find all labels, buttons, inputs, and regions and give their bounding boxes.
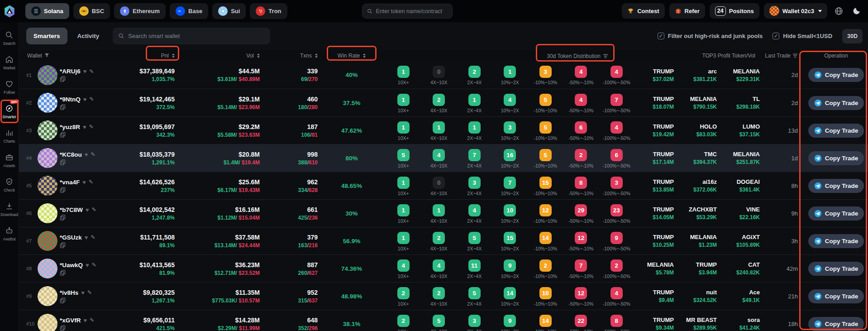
favorite-heart-icon[interactable]: ♥ [83,124,86,130]
copy-trade-button[interactable]: Copy Trade [808,262,864,276]
copy-trade-button[interactable]: Copy Trade [808,68,864,82]
chain-tab-ethereum[interactable]: Ethereum [114,3,166,19]
table-row[interactable]: #2 *9NtnQ ♥ ✎ $19,142,465 372.5% $29.1M … [19,89,868,116]
header-win-rate[interactable]: Win Rate [318,53,386,59]
top3-token-2[interactable]: MELANIA$790.15K [677,96,720,110]
top3-token-3[interactable]: MELANIA$229.31K [720,68,763,82]
top3-token-2[interactable]: arc$381.21K [677,68,720,82]
top3-token-1[interactable]: TRUMP$9.34M [634,317,677,331]
table-row[interactable]: #5 *vna4F ♥ ✎ $14,626,526 237% $25.6M $6… [19,172,868,199]
header-wallet[interactable]: Wallet [19,53,132,59]
wallet-avatar[interactable] [38,231,57,251]
top3-token-3[interactable]: sora$41.24K [720,317,763,331]
language-globe-button[interactable] [832,3,845,19]
sidebar-item-assets[interactable]: Assets [0,148,19,173]
copy-address-icon[interactable] [60,242,66,248]
chain-tab-solana[interactable]: Solana [25,3,69,19]
refer-button[interactable]: Refer [669,3,705,19]
table-row[interactable]: #10 *xGVfR ♥ ✎ $9,656,011 421.5% $14.28M… [19,310,868,331]
edit-pencil-icon[interactable]: ✎ [91,234,95,240]
token-search-input[interactable] [376,8,448,14]
chain-tab-tron[interactable]: Tron [250,3,287,19]
sidebar-item-smarter[interactable]: New Smarter [0,99,19,124]
wallet-avatar[interactable] [38,65,57,85]
sidebar-item-market[interactable]: Market [0,50,19,75]
top3-token-2[interactable]: ai16z$372.06K [677,178,720,193]
top3-token-1[interactable]: TRUMP$14.05M [634,206,677,221]
copy-address-icon[interactable] [60,270,66,276]
top3-token-2[interactable]: TMC$394.37K [677,151,720,165]
copy-address-icon[interactable] [60,215,66,221]
top3-token-2[interactable]: ZACHXBT$53.29K [677,206,720,221]
edit-pencil-icon[interactable]: ✎ [89,96,94,102]
wallet-name[interactable]: *xGVfR [60,317,81,324]
favorite-heart-icon[interactable]: ♥ [85,234,88,241]
sidebar-item-follow[interactable]: Follow [0,75,19,99]
edit-pencil-icon[interactable]: ✎ [92,262,96,268]
chain-tab-base[interactable]: Base [170,3,208,19]
favorite-heart-icon[interactable]: ♥ [81,289,85,296]
table-row[interactable]: #6 *b7C8W ♥ ✎ $14,002,542 1,247.8% $16.1… [19,199,868,227]
copy-trade-button[interactable]: Copy Trade [808,96,864,110]
filter-small-checkbox[interactable]: ✓ Hide Small<1USD [773,33,832,39]
copy-address-icon[interactable] [60,325,66,331]
favorite-heart-icon[interactable]: ♥ [83,68,87,75]
wallet-name[interactable]: *iv8Hs [60,289,78,296]
favorite-heart-icon[interactable]: ♥ [82,179,86,186]
edit-pencil-icon[interactable]: ✎ [89,68,94,75]
top3-token-2[interactable]: MELANIA$1.23M [677,234,720,248]
top3-token-3[interactable]: CAT$240.82K [720,261,763,276]
chain-tab-bsc[interactable]: BSC [73,3,110,19]
edit-pencil-icon[interactable]: ✎ [89,179,93,185]
copy-trade-button[interactable]: Copy Trade [808,179,864,193]
header-pnl[interactable]: Pnl [132,53,175,59]
favorite-heart-icon[interactable]: ♥ [86,206,89,213]
top3-token-1[interactable]: TRUMP$10.25M [634,234,677,248]
wallet-name[interactable]: *KC8ou [60,151,82,158]
wallet-avatar[interactable] [38,203,57,223]
table-row[interactable]: #8 *UawkQ ♥ ✎ $10,413,565 81.9% $36.23M … [19,254,868,282]
wallet-menu-button[interactable]: Wallet 02c3 [764,3,827,19]
favorite-heart-icon[interactable]: ♥ [83,96,87,103]
wallet-avatar[interactable] [38,259,57,278]
top3-token-1[interactable]: TRUMP$13.85M [634,178,677,193]
top3-token-3[interactable]: TL$298.18K [720,96,763,110]
copy-trade-button[interactable]: Copy Trade [808,151,864,165]
wallet-avatar[interactable] [38,314,57,331]
top3-token-3[interactable]: DOGEAI$361.4K [720,178,763,193]
theme-toggle-button[interactable] [850,3,863,19]
top3-token-2[interactable]: nuit$324.52K [677,289,720,303]
period-30d-button[interactable]: 30D [842,29,863,43]
copy-address-icon[interactable] [60,159,66,165]
top3-token-2[interactable]: TRUMP$3.94M [677,261,720,276]
edit-pencil-icon[interactable]: ✎ [92,206,96,213]
tab-activity[interactable]: Activity [70,28,107,44]
sidebar-item-avebot[interactable]: AveBot [0,221,19,246]
edit-pencil-icon[interactable]: ✎ [91,151,95,158]
top3-token-1[interactable]: TRUMP$37.02M [634,68,677,82]
wallet-avatar[interactable] [38,176,57,196]
header-last-trade[interactable]: Last Trade [763,53,804,59]
copy-trade-button[interactable]: Copy Trade [808,317,864,331]
wallet-name[interactable]: *9NtnQ [60,96,81,103]
table-row[interactable]: #7 *GSUzk ♥ ✎ $11,711,508 89.1% $37.58M … [19,227,868,254]
chain-tab-sui[interactable]: Sui [212,3,246,19]
edit-pencil-icon[interactable]: ✎ [89,124,94,130]
wallet-avatar[interactable] [38,93,57,113]
wallet-name[interactable]: *ARUj6 [60,68,81,75]
wallet-avatar[interactable] [38,286,57,306]
copy-trade-button[interactable]: Copy Trade [808,234,864,248]
sidebar-item-search[interactable]: Search [0,26,19,50]
sidebar-item-download[interactable]: Download [0,197,19,221]
copy-address-icon[interactable] [60,76,66,82]
favorite-heart-icon[interactable]: ♥ [84,317,87,324]
copy-address-icon[interactable] [60,104,66,110]
top3-token-3[interactable]: MELANIA$251.87K [720,151,763,165]
copy-address-icon[interactable] [60,187,66,193]
copy-trade-button[interactable]: Copy Trade [808,124,864,138]
top3-token-3[interactable]: VINE$22.16K [720,206,763,221]
copy-address-icon[interactable] [60,297,66,303]
filter-risk-checkbox[interactable]: ✓ Filter out high-risk and junk pools [658,33,763,39]
header-txns[interactable]: Txns [260,53,318,59]
sidebar-item-charts[interactable]: Charts [0,124,19,148]
